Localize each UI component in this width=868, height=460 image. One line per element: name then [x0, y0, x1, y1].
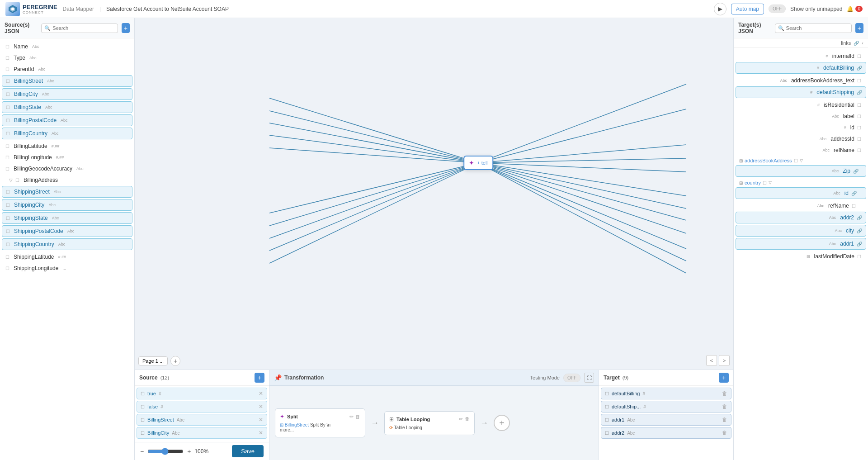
field-label: Zip — [843, 168, 850, 174]
list-item[interactable]: ☐ Name Abc — [2, 41, 132, 52]
list-item[interactable]: ☐ ParentId Abc — [2, 64, 132, 75]
logo-text: PEREGRINE CONNECT — [23, 4, 57, 14]
testing-toggle[interactable]: OFF — [563, 374, 580, 382]
field-label: internalId — [832, 53, 854, 59]
transform-node[interactable]: ✦ + tell — [463, 156, 493, 170]
list-item[interactable]: Abc label ☐ — [736, 111, 866, 122]
list-item-mapped[interactable]: ☐ BillingPostalCode Abc — [2, 114, 132, 126]
source-search[interactable]: 🔍 — [41, 24, 118, 33]
canvas-nav-left[interactable]: < — [706, 355, 717, 366]
edit-icon[interactable]: ✏ — [349, 414, 354, 420]
notification-button[interactable]: 🔔 0 — [847, 6, 863, 12]
grid-icon: ⊞ — [739, 180, 743, 185]
list-item-mapped[interactable]: Abc city 🔗 — [736, 225, 866, 237]
list-item[interactable]: ☐ BillingCity Abc ✕ — [137, 427, 267, 439]
field-doc-icon: ☐ — [857, 78, 863, 83]
field-label: ShippingLongitude — [14, 265, 58, 271]
source-add-button[interactable]: + — [122, 23, 130, 33]
list-item-mapped[interactable]: # defaultShipping 🔗 — [736, 86, 866, 98]
list-item-mapped[interactable]: Abc Zip 🔗 — [736, 165, 866, 177]
list-item[interactable]: ⊞ lastModifiedDate ☐ — [736, 251, 866, 262]
list-item-group[interactable]: ▽ ☐ BillingAddress — [2, 175, 132, 185]
list-item[interactable]: ☐ false # ✕ — [137, 401, 267, 413]
toggle-pill[interactable]: OFF — [769, 5, 786, 13]
source-search-input[interactable] — [52, 25, 115, 31]
delete-card-icon[interactable]: 🗑 — [355, 414, 360, 420]
list-item[interactable]: ☐ BillingLatitude #.## — [2, 141, 132, 152]
list-item[interactable]: ☐ true # ✕ — [137, 388, 267, 399]
collapse-links-icon[interactable]: ‹ — [862, 40, 863, 46]
item-content: ☐ defaultShip... # — [605, 404, 646, 409]
svg-line-16 — [478, 158, 686, 163]
transform-card-title: Split — [287, 414, 298, 419]
list-item-mapped[interactable]: Abc addr1 🔗 — [736, 238, 866, 250]
list-item-mapped[interactable]: ☐ ShippingPostalCode Abc — [2, 225, 132, 237]
delete-icon[interactable]: 🗑 — [722, 390, 727, 397]
source-bottom-title: Source — [139, 375, 158, 381]
list-item-mapped[interactable]: ☐ ShippingCity Abc — [2, 199, 132, 211]
links-header: links 🔗 ‹ — [734, 38, 868, 48]
field-link-icon: 🔗 — [851, 191, 857, 196]
card-more[interactable]: more... — [280, 427, 360, 432]
list-item[interactable]: # id ☐ — [736, 122, 866, 133]
list-item[interactable]: ☐ addr2 Abc 🗑 — [601, 427, 731, 439]
list-item[interactable]: ☐ defaultShip... # 🗑 — [601, 401, 731, 413]
group-header-country[interactable]: ⊞ country ☐ ▽ — [736, 178, 866, 187]
list-item-mapped[interactable]: ☐ BillingCountry Abc — [2, 128, 132, 139]
expand-icon[interactable]: ▽ — [769, 180, 772, 185]
list-item-mapped[interactable]: ☐ ShippingStreet Abc — [2, 186, 132, 198]
expand-button[interactable]: ⛶ — [584, 373, 594, 383]
list-item[interactable]: ☐ BillingStreet Abc ✕ — [137, 414, 267, 426]
list-item-mapped[interactable]: ☐ ShippingState Abc — [2, 212, 132, 224]
zoom-slider[interactable] — [147, 448, 184, 455]
play-button[interactable]: ▶ — [714, 3, 726, 15]
list-item-mapped[interactable]: # defaultBilling 🔗 — [736, 62, 866, 74]
list-item[interactable]: ☐ BillingLongitude #.## — [2, 152, 132, 163]
list-item[interactable]: ☐ defaultBilling # 🗑 — [601, 388, 731, 399]
list-item[interactable]: ☐ ShippingLatitude #.## — [2, 251, 132, 262]
list-item[interactable]: ☐ Type Abc — [2, 52, 132, 63]
delete-card-icon[interactable]: 🗑 — [465, 416, 470, 422]
list-item-mapped[interactable]: Abc id 🔗 — [736, 187, 866, 199]
list-item-mapped[interactable]: ☐ BillingState Abc — [2, 101, 132, 113]
target-bottom-add[interactable]: + — [719, 373, 729, 383]
automap-button[interactable]: Auto map — [731, 4, 764, 14]
list-item[interactable]: # internalId ☐ — [736, 51, 866, 62]
transform-add-button[interactable]: + — [494, 415, 510, 431]
target-search[interactable]: 🔍 — [775, 24, 852, 33]
zoom-in-button[interactable]: + — [187, 448, 191, 455]
page-button[interactable]: Page 1 ... — [138, 356, 168, 365]
list-item[interactable]: Abc addressId ☐ — [736, 133, 866, 144]
target-add-button[interactable]: + — [855, 23, 863, 33]
delete-icon[interactable]: ✕ — [259, 390, 263, 397]
canvas-main[interactable]: ✦ + tell Page 1 ... + < > — [135, 18, 733, 370]
group-header-addressbookaddress[interactable]: ⊞ addressBookAddress ☐ ▽ — [736, 156, 866, 165]
delete-icon[interactable]: ✕ — [259, 417, 263, 423]
list-item-mapped[interactable]: ☐ BillingCity Abc — [2, 88, 132, 100]
list-item[interactable]: Abc refName ☐ — [736, 145, 866, 156]
list-item-mapped[interactable]: Abc addr2 🔗 — [736, 212, 866, 223]
list-item-mapped[interactable]: ☐ ShippingCountry Abc — [2, 238, 132, 250]
save-button[interactable]: Save — [232, 445, 264, 457]
target-search-input[interactable] — [786, 25, 849, 31]
list-item[interactable]: Abc addressBookAddress_text ☐ — [736, 75, 866, 86]
delete-icon[interactable]: ✕ — [259, 430, 263, 436]
transform-node-label: + tell — [477, 160, 488, 166]
list-item[interactable]: Abc refName ☐ — [736, 200, 866, 211]
canvas-nav-right[interactable]: > — [719, 355, 730, 366]
list-item-mapped[interactable]: ☐ BillingStreet Abc — [2, 75, 132, 87]
delete-icon[interactable]: 🗑 — [722, 430, 727, 436]
page-add-button[interactable]: + — [170, 356, 180, 366]
list-item[interactable]: ☐ addr1 Abc 🗑 — [601, 414, 731, 426]
list-item[interactable]: # isResidential ☐ — [736, 100, 866, 110]
delete-icon[interactable]: ✕ — [259, 403, 263, 410]
delete-icon[interactable]: 🗑 — [722, 403, 727, 410]
list-item[interactable]: ☐ ShippingLongitude ... — [2, 263, 132, 274]
edit-icon[interactable]: ✏ — [459, 416, 463, 422]
zoom-out-button[interactable]: − — [140, 448, 144, 455]
expand-icon[interactable]: ▽ — [800, 158, 803, 163]
source-bottom-add[interactable]: + — [255, 373, 264, 383]
list-item[interactable]: ☐ BillingGeocodeAccuracy Abc — [2, 163, 132, 174]
delete-icon[interactable]: 🗑 — [722, 417, 727, 423]
field-doc-icon: ☐ — [857, 54, 863, 59]
